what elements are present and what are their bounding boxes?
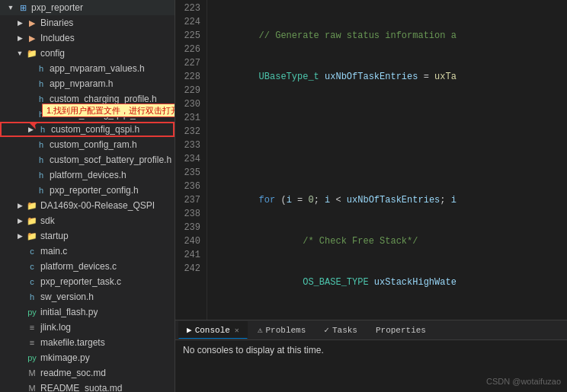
console-close-icon[interactable]: ✕ — [235, 326, 239, 335]
tree-item-platform-devices-h[interactable]: h platform_devices.h — [0, 167, 175, 183]
py-file-icon: py — [26, 306, 38, 318]
platform-devices-c-label: platform_devices.c — [40, 261, 117, 272]
line-numbers: 223 224 225 226 227 228 229 230 231 232 … — [175, 0, 207, 320]
tree-item-mkimage[interactable]: py mkimage.py — [0, 350, 175, 365]
tree-item-readme-soc[interactable]: M readme_soc.md — [0, 365, 175, 381]
code-content: // Generate raw status information a UBa… — [207, 0, 567, 320]
tree-item-makefile[interactable]: ≡ makefile.targets — [0, 335, 175, 350]
h-file-icon: h — [35, 62, 47, 75]
tree-item-jlink-log[interactable]: ≡ jlink.log — [0, 320, 175, 335]
tree-arrow-includes — [15, 33, 24, 43]
code-line-226 — [215, 152, 567, 166]
tree-item-custom-charging[interactable]: h custom_charging_profile.h — [0, 91, 175, 107]
h-file-icon10: h — [26, 291, 38, 303]
tree-item-custom-config-qspi[interactable]: h custom_config_qspi.h — [0, 122, 175, 137]
tasks-tab-label: Tasks — [332, 326, 357, 335]
tree-item-app-nvparam[interactable]: h app_nvparam.h — [0, 76, 175, 91]
file-label5: custom_config_qspi.h — [51, 124, 139, 135]
tree-item-pxp-reporter-config[interactable]: h pxp_reporter_config.h — [0, 183, 175, 198]
tree-item-sw-version[interactable]: h sw_version.h — [0, 289, 175, 304]
initial-flash-label: initial_flash.py — [40, 307, 98, 317]
folder-icon-da1469x: 📁 — [26, 199, 38, 212]
readme-soc-label: readme_soc.md — [40, 368, 106, 378]
tab-properties[interactable]: Properties — [367, 322, 434, 339]
config-label: config — [40, 48, 65, 59]
c-file-icon2: c — [26, 260, 38, 272]
py-file-icon2: py — [26, 352, 38, 364]
tasks-icon: ✓ — [324, 325, 329, 335]
code-panel: 223 224 225 226 227 228 229 230 231 232 … — [175, 0, 567, 392]
tree-arrow-qspi — [26, 125, 35, 134]
tree-item-binaries[interactable]: ▶ Binaries — [0, 15, 175, 30]
tree-item-custom-config-ram[interactable]: h custom_config_ram.h — [0, 137, 175, 152]
tree-item-readme-suota[interactable]: M README_suota.md — [0, 381, 175, 392]
h-file-icon8: h — [35, 169, 47, 181]
tab-tasks[interactable]: ✓ Tasks — [316, 321, 366, 339]
includes-label: Includes — [40, 33, 75, 43]
problems-icon: ⚠ — [258, 325, 263, 335]
code-line-223: // Generate raw status information a — [215, 29, 567, 43]
no-console-message: No consoles to display at this time. — [183, 345, 324, 355]
main-c-label: main.c — [40, 246, 67, 257]
folder-icon-config: 📁 — [26, 47, 38, 59]
file-label4: custom_config_qspi_suota.h — [50, 109, 165, 120]
makefile-label: makefile.targets — [40, 337, 105, 348]
h-file-icon6: h — [35, 139, 47, 151]
console-panel: ▶ Console ✕ ⚠ Problems ✓ Tasks Propertie… — [175, 320, 567, 392]
tree-item-pxp-reporter-task[interactable]: c pxp_reporter_task.c — [0, 274, 175, 289]
tree-item-includes[interactable]: ▶ Includes — [0, 30, 175, 46]
code-line-227: for (i = 0; i < uxNbOfTaskEntries; i — [215, 193, 567, 207]
tree-item-platform-devices-c[interactable]: c platform_devices.c — [0, 259, 175, 274]
startup-label: startup — [40, 231, 69, 241]
tree-item-da1469x[interactable]: 📁 DA1469x-00-Release_QSPI — [0, 198, 175, 213]
folder-icon-includes: ▶ — [26, 32, 38, 44]
jlink-log-label: jlink.log — [40, 322, 71, 333]
log-file-icon: ≡ — [26, 321, 38, 333]
file-label: app_nvparam_values.h — [50, 63, 145, 74]
tree-arrow-project — [6, 3, 15, 12]
file-label6: custom_config_ram.h — [50, 139, 137, 150]
tree-item-app-nvparam-values[interactable]: h app_nvparam_values.h — [0, 61, 175, 76]
tree-item-custom-config-qspi-suota[interactable]: h custom_config_qspi_suota.h — [0, 107, 175, 122]
sw-version-label: sw_version.h — [40, 292, 94, 302]
h-file-icon4: h — [35, 108, 47, 120]
tree-item-startup[interactable]: 📁 startup — [0, 228, 175, 244]
problems-tab-label: Problems — [266, 326, 306, 335]
console-tab-label: Console — [195, 326, 230, 335]
console-icon: ▶ — [187, 325, 192, 335]
tree-item-sdk[interactable]: 📁 sdk — [0, 213, 175, 228]
properties-tab-label: Properties — [376, 326, 426, 335]
da1469x-label: DA1469x-00-Release_QSPI — [40, 200, 155, 211]
tab-problems[interactable]: ⚠ Problems — [249, 321, 314, 339]
file-label2: app_nvparam.h — [50, 78, 113, 89]
tree-arrow-da1469x — [15, 201, 24, 210]
h-file-icon3: h — [35, 93, 47, 105]
file-tree[interactable]: ⊞ pxp_reporter ▶ Binaries ▶ Includes 📁 c… — [0, 0, 175, 392]
tree-item-initial-flash[interactable]: py initial_flash.py — [0, 304, 175, 320]
md-file-icon: M — [26, 367, 38, 379]
tree-item-main-c[interactable]: c main.c — [0, 244, 175, 259]
console-tabs: ▶ Console ✕ ⚠ Problems ✓ Tasks Propertie… — [175, 320, 567, 340]
tree-item-config[interactable]: 📁 config — [0, 46, 175, 61]
c-file-icon3: c — [26, 276, 38, 288]
h-file-icon5: h — [37, 123, 49, 135]
tab-console[interactable]: ▶ Console ✕ — [178, 321, 248, 339]
console-content: No consoles to display at this time. — [175, 340, 567, 392]
h-file-icon7: h — [35, 154, 47, 166]
code-line-224: UBaseType_t uxNbOfTaskEntries = uxTa — [215, 70, 567, 84]
code-area: 223 224 225 226 227 228 229 230 231 232 … — [175, 0, 567, 320]
folder-icon-binaries: ▶ — [26, 17, 38, 29]
tree-item-custom-socf[interactable]: h custom_socf_battery_profile.h — [0, 152, 175, 167]
h-file-icon9: h — [35, 184, 47, 196]
code-line-229: OS_BASE_TYPE uxStackHighWate — [215, 276, 567, 289]
file-label9: pxp_reporter_config.h — [50, 185, 139, 196]
file-label7: custom_socf_battery_profile.h — [50, 155, 171, 165]
binaries-label: Binaries — [40, 18, 73, 28]
md-file-icon2: M — [26, 382, 38, 392]
tree-arrow-sdk — [15, 216, 24, 225]
c-file-icon: c — [26, 245, 38, 257]
readme-suota-label: README_suota.md — [40, 383, 122, 392]
tree-item-project[interactable]: ⊞ pxp_reporter — [0, 0, 175, 15]
tree-arrow-config — [15, 49, 24, 58]
pxp-task-label: pxp_reporter_task.c — [40, 276, 121, 287]
